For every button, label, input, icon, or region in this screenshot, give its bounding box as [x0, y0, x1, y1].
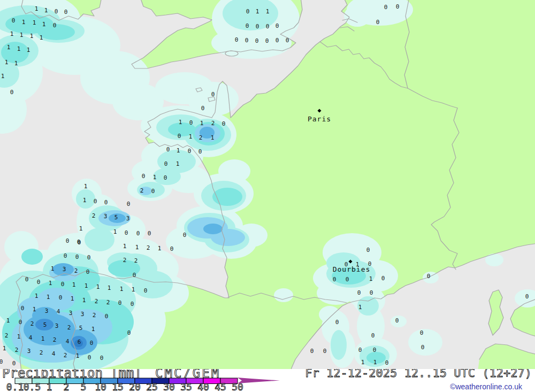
scale-label: 0.1 [6, 381, 24, 392]
scale-label: 10 [95, 381, 106, 392]
weather-map-screen: 1100011101111111111001100000000000000010… [0, 0, 535, 392]
legend-canvas: Precipitation [mm] CMC/GEM 0.10.51251015… [0, 369, 535, 392]
scale-label: 30 [163, 381, 175, 392]
scale-label: 25 [146, 381, 158, 392]
valid-datetime: Fr 12-12-2025 12..15 UTC (12+27) [305, 369, 532, 380]
scale-label: 35 [180, 381, 192, 392]
scale-label: 5 [81, 381, 87, 392]
credit-link[interactable]: ©weatheronline.co.uk [450, 382, 523, 391]
scale-label: 15 [112, 381, 124, 392]
scale-label: 45 [215, 381, 226, 392]
precip-level-6 [74, 340, 83, 347]
scale-label: 20 [129, 381, 141, 392]
scale-label: 1 [47, 381, 52, 392]
map-canvas [0, 0, 535, 369]
scale-label: 0.5 [24, 381, 41, 392]
precipitation-map: 1100011101111111111001100000000000000010… [0, 0, 535, 369]
scale-label: 2 [64, 381, 70, 392]
scale-label: 40 [197, 381, 209, 392]
color-scale: 0.10.5125101520253035404550 [6, 378, 243, 392]
scale-arrow-icon [238, 378, 280, 383]
legend-bar: Precipitation [mm] CMC/GEM 0.10.51251015… [0, 369, 535, 392]
